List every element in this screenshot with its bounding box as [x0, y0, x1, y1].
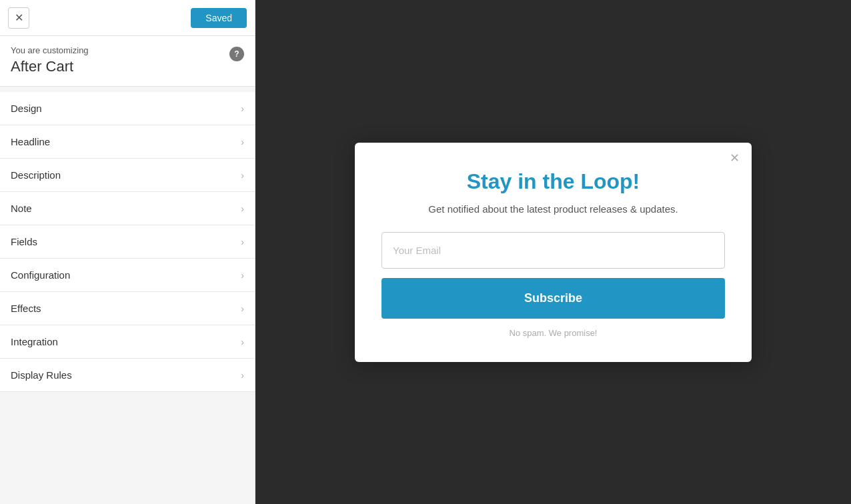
modal-close-button[interactable]: ✕ [730, 152, 740, 164]
customizing-name: After Cart [11, 58, 89, 75]
help-icon[interactable]: ? [229, 47, 244, 61]
modal-description: Get notified about the latest product re… [381, 203, 725, 215]
menu-item-headline[interactable]: Headline› [0, 125, 255, 159]
chevron-right-icon: › [241, 270, 244, 281]
main-content: ✕ Stay in the Loop! Get notified about t… [255, 0, 851, 504]
menu-list: Design›Headline›Description›Note›Fields›… [0, 92, 255, 392]
chevron-right-icon: › [241, 237, 244, 247]
menu-item-label: Integration [11, 336, 58, 347]
chevron-right-icon: › [241, 303, 244, 314]
modal-title: Stay in the Loop! [381, 169, 725, 194]
menu-item-label: Fields [11, 236, 37, 247]
menu-item-configuration[interactable]: Configuration› [0, 259, 255, 292]
sidebar: ✕ Saved You are customizing After Cart ?… [0, 0, 255, 504]
chevron-right-icon: › [241, 170, 244, 181]
menu-item-label: Description [11, 169, 61, 181]
menu-item-label: Note [11, 203, 32, 214]
chevron-right-icon: › [241, 203, 244, 214]
menu-item-label: Design [11, 103, 42, 114]
menu-item-note[interactable]: Note› [0, 192, 255, 225]
customizing-text: You are customizing After Cart [11, 45, 89, 75]
menu-item-display-rules[interactable]: Display Rules› [0, 359, 255, 392]
close-button[interactable]: ✕ [8, 7, 29, 29]
subscribe-button[interactable]: Subscribe [381, 278, 725, 319]
chevron-right-icon: › [241, 103, 244, 114]
menu-item-integration[interactable]: Integration› [0, 325, 255, 359]
chevron-right-icon: › [241, 137, 244, 147]
menu-item-effects[interactable]: Effects› [0, 292, 255, 325]
menu-item-description[interactable]: Description› [0, 159, 255, 192]
customizing-panel: You are customizing After Cart ? [0, 36, 255, 87]
menu-item-fields[interactable]: Fields› [0, 225, 255, 259]
menu-item-label: Effects [11, 303, 41, 314]
menu-item-label: Headline [11, 136, 50, 147]
saved-button[interactable]: Saved [191, 8, 247, 28]
close-icon: ✕ [15, 11, 23, 24]
modal-close-icon: ✕ [730, 151, 740, 165]
customizing-label: You are customizing [11, 45, 89, 55]
chevron-right-icon: › [241, 337, 244, 347]
menu-item-design[interactable]: Design› [0, 92, 255, 125]
sidebar-header: ✕ Saved [0, 0, 255, 36]
menu-item-label: Display Rules [11, 369, 72, 381]
chevron-right-icon: › [241, 370, 244, 381]
modal: ✕ Stay in the Loop! Get notified about t… [355, 143, 752, 362]
menu-item-label: Configuration [11, 269, 70, 281]
no-spam-text: No spam. We promise! [381, 328, 725, 338]
email-input[interactable] [381, 232, 725, 269]
